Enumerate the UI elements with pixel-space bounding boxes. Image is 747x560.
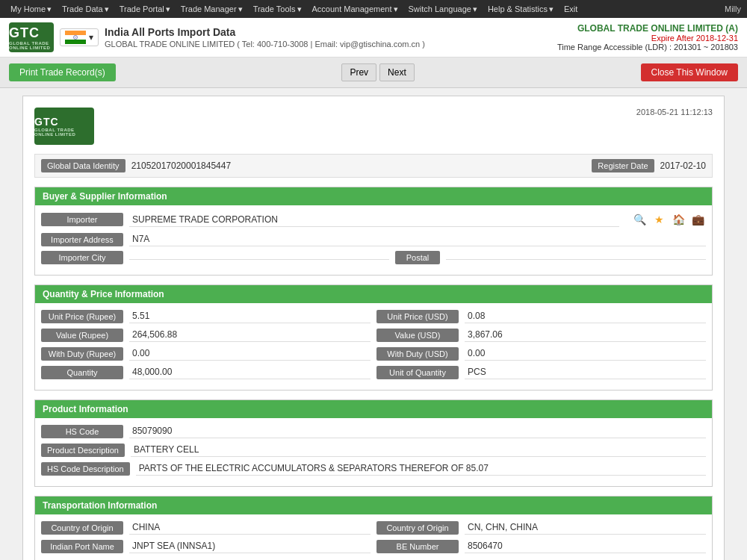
next-button-top[interactable]: Next — [379, 63, 415, 81]
quantity-row: Quantity 48,000.00 Unit of Quantity PCS — [41, 365, 706, 379]
star-icon[interactable]: ★ — [651, 211, 667, 228]
briefcase-icon[interactable]: 💼 — [689, 211, 706, 228]
unit-of-quantity-value: PCS — [465, 365, 706, 379]
header-right: GLOBAL TRADE ONLINE LIMITED (A) Expire A… — [557, 23, 738, 52]
nav-exit[interactable]: Exit — [560, 0, 582, 18]
time-range: Time Range Accessible (LDR) : 201301 ~ 2… — [557, 43, 738, 52]
importer-address-row: Importer Address N7A — [41, 232, 706, 246]
brand-name: GLOBAL TRADE ONLINE LIMITED (A) — [557, 23, 738, 34]
global-data-identity-value: 21052017020001845447 — [131, 161, 586, 171]
importer-action-icons: 🔍 ★ 🏠 💼 — [631, 211, 706, 228]
top-action-bar: Print Trade Record(s) Prev Next Close Th… — [0, 57, 747, 88]
importer-label: Importer — [41, 213, 123, 226]
india-flag-icon — [65, 31, 86, 44]
value-rupee-value: 264,506.88 — [129, 328, 371, 342]
importer-city-postal-row: Importer City Postal — [41, 251, 706, 264]
hs-code-label: HS Code — [41, 425, 123, 438]
unit-price-rupee-value: 5.51 — [129, 309, 371, 323]
indian-port-value: JNPT SEA (INNSA1) — [129, 539, 371, 553]
product-desc-row: Product Description BATTERY CELL — [41, 443, 706, 457]
indian-port-label: Indian Port Name — [41, 540, 123, 553]
nav-trade-tools[interactable]: Trade Tools ▾ — [249, 0, 306, 18]
expiry-date: Expire After 2018-12-31 — [557, 34, 738, 43]
be-number-value: 8506470 — [465, 539, 706, 553]
close-button-top[interactable]: Close This Window — [641, 63, 738, 81]
top-navigation: My Home ▾ Trade Data ▾ Trade Portal ▾ Tr… — [0, 0, 747, 18]
card-logo-area: GTC GLOBAL TRADE ONLINE LIMITED — [34, 108, 94, 145]
nav-items: My Home ▾ Trade Data ▾ Trade Portal ▾ Tr… — [6, 0, 582, 18]
nav-trade-portal[interactable]: Trade Portal ▾ — [115, 0, 175, 18]
with-duty-rupee-value: 0.00 — [129, 346, 371, 361]
quantity-value: 48,000.00 — [129, 365, 371, 379]
country-flag-selector[interactable]: ▾ — [60, 28, 99, 46]
country-of-origin2-value: CN, CHN, CHINA — [465, 520, 706, 535]
unit-price-usd-value: 0.08 — [465, 309, 706, 323]
buyer-supplier-body: Importer SUPREME TRADE CORPORATION 🔍 ★ 🏠… — [35, 205, 712, 275]
home-icon[interactable]: 🏠 — [670, 211, 686, 228]
with-duty-usd-value: 0.00 — [465, 346, 706, 361]
postal-label: Postal — [395, 251, 440, 264]
search-icon[interactable]: 🔍 — [631, 211, 648, 228]
page-title: India All Ports Import Data — [105, 26, 425, 38]
prev-button-top[interactable]: Prev — [341, 63, 376, 81]
main-content: GTC GLOBAL TRADE ONLINE LIMITED 2018-05-… — [0, 88, 747, 560]
header-bar: GTC GLOBAL TRADE ONLINE LIMITED ▾ India … — [0, 18, 747, 57]
unit-price-row: Unit Price (Rupee) 5.51 Unit Price (USD)… — [41, 309, 706, 323]
hs-code-row: HS Code 85079090 — [41, 424, 706, 438]
importer-city-label: Importer City — [41, 251, 123, 264]
quantity-price-section: Quantity & Price Information Unit Price … — [34, 284, 713, 391]
pagination-nav-top: Prev Next — [341, 63, 414, 81]
card-timestamp: 2018-05-21 11:12:13 — [636, 108, 713, 116]
nav-switch-language[interactable]: Switch Language ▾ — [404, 0, 482, 18]
nav-help-statistics[interactable]: Help & Statistics ▾ — [483, 0, 558, 18]
header-left: GTC GLOBAL TRADE ONLINE LIMITED ▾ India … — [9, 22, 425, 52]
value-row: Value (Rupee) 264,506.88 Value (USD) 3,8… — [41, 328, 706, 342]
with-duty-usd-label: With Duty (USD) — [376, 347, 459, 361]
nav-user: Milly — [725, 4, 741, 13]
company-logo: GTC GLOBAL TRADE ONLINE LIMITED — [9, 22, 54, 52]
buyer-supplier-section: Buyer & Supplier Information Importer SU… — [34, 187, 713, 276]
svg-rect-0 — [65, 31, 86, 35]
identity-row: Global Data Identity 2105201702000184544… — [34, 154, 713, 178]
card-company-logo: GTC GLOBAL TRADE ONLINE LIMITED — [34, 108, 94, 145]
value-rupee-label: Value (Rupee) — [41, 329, 123, 342]
unit-of-quantity-label: Unit of Quantity — [376, 366, 459, 379]
country-of-origin-value: CHINA — [129, 520, 371, 535]
svg-point-4 — [75, 37, 76, 38]
country-of-origin-label: Country of Origin — [41, 521, 123, 535]
record-card: GTC GLOBAL TRADE ONLINE LIMITED 2018-05-… — [22, 96, 725, 560]
hs-code-value: 85079090 — [129, 424, 706, 438]
nav-my-home[interactable]: My Home ▾ — [6, 0, 56, 18]
nav-account-management[interactable]: Account Management ▾ — [308, 0, 403, 18]
company-contact: GLOBAL TRADE ONLINE LIMITED ( Tel: 400-7… — [105, 40, 425, 49]
header-title-block: India All Ports Import Data GLOBAL TRADE… — [105, 26, 425, 49]
buyer-supplier-header: Buyer & Supplier Information — [35, 187, 712, 205]
svg-rect-2 — [65, 40, 86, 44]
importer-address-label: Importer Address — [41, 233, 123, 246]
nav-trade-data[interactable]: Trade Data ▾ — [58, 0, 114, 18]
quantity-label: Quantity — [41, 366, 123, 379]
with-duty-row: With Duty (Rupee) 0.00 With Duty (USD) 0… — [41, 346, 706, 361]
postal-value — [446, 256, 706, 260]
product-desc-value: BATTERY CELL — [131, 443, 706, 457]
transportation-body: Country of Origin CHINA Country of Origi… — [35, 514, 712, 560]
product-header: Product Information — [35, 400, 712, 418]
product-section: Product Information HS Code 85079090 Pro… — [34, 399, 713, 487]
value-usd-value: 3,867.06 — [465, 328, 706, 342]
quantity-price-body: Unit Price (Rupee) 5.51 Unit Price (USD)… — [35, 303, 712, 390]
card-header: GTC GLOBAL TRADE ONLINE LIMITED 2018-05-… — [34, 108, 713, 145]
nav-trade-manager[interactable]: Trade Manager ▾ — [176, 0, 247, 18]
print-button-top[interactable]: Print Trade Record(s) — [9, 63, 116, 81]
product-body: HS Code 85079090 Product Description BAT… — [35, 418, 712, 486]
register-date-value: 2017-02-10 — [660, 161, 706, 171]
product-desc-label: Product Description — [41, 444, 125, 457]
quantity-price-header: Quantity & Price Information — [35, 285, 712, 303]
unit-price-usd-label: Unit Price (USD) — [376, 310, 459, 323]
unit-price-rupee-label: Unit Price (Rupee) — [41, 310, 123, 323]
transportation-section: Transportation Information Country of Or… — [34, 496, 713, 560]
country-of-origin2-label: Country of Origin — [376, 521, 459, 535]
hs-code-desc-value: PARTS OF THE ELECTRIC ACCUMULATORS & SEP… — [136, 461, 706, 476]
register-date-label: Register Date — [592, 159, 654, 172]
importer-address-value: N7A — [129, 232, 706, 246]
be-number-label: BE Number — [376, 540, 459, 553]
